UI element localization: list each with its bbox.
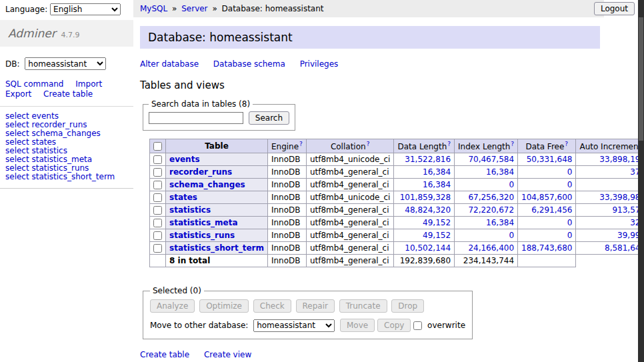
index-length-link[interactable]: 0 — [509, 180, 514, 189]
import-link[interactable]: Import — [75, 79, 102, 89]
language-area: Language: English — [5, 3, 121, 15]
sidebar-links: SQL command Import Export Create table — [0, 74, 133, 107]
sidebar-item-select-recorder-runs[interactable]: select recorder_runs — [5, 120, 87, 129]
sidebar-item-select-statistics-short-term[interactable]: select statistics_short_term — [5, 172, 115, 181]
help-link-icon[interactable]: ? — [367, 141, 370, 147]
index-length-link[interactable]: 16,384 — [486, 167, 514, 177]
move-button[interactable]: Move — [340, 319, 375, 332]
select-all-checkbox[interactable] — [153, 142, 162, 151]
vertical-scrollbar[interactable] — [638, 0, 644, 362]
table-name-link[interactable]: statistics_meta — [169, 218, 238, 227]
language-select[interactable]: English — [50, 3, 121, 15]
table-row: statistics_short_term InnoDB utf8mb4_gen… — [150, 242, 644, 255]
export-link[interactable]: Export — [5, 89, 31, 99]
move-database-select[interactable]: homeassistant — [253, 319, 335, 332]
sql-command-link[interactable]: SQL command — [5, 79, 63, 89]
index-length-link[interactable]: 24,166,400 — [468, 243, 514, 253]
table-row: statistics InnoDB utf8mb4_general_ci 48,… — [150, 204, 644, 217]
index-length-link[interactable]: 16,384 — [486, 218, 514, 227]
main-content: Database: homeassistant Alter database D… — [133, 17, 638, 362]
create-table-link[interactable]: Create table — [43, 89, 93, 99]
table-name-link[interactable]: statistics — [169, 205, 211, 215]
table-name-link[interactable]: schema_changes — [169, 180, 245, 189]
data-free-link[interactable]: 188,743,680 — [521, 243, 572, 253]
database-schema-link[interactable]: Database schema — [213, 59, 285, 69]
row-checkbox[interactable] — [153, 219, 162, 227]
sidebar-item-select-statistics-runs[interactable]: select statistics_runs — [5, 163, 89, 173]
data-length-link[interactable]: 49,152 — [423, 218, 451, 227]
index-length-link[interactable]: 72,220,672 — [468, 205, 514, 215]
truncate-button[interactable]: Truncate — [339, 299, 387, 313]
row-checkbox[interactable] — [153, 155, 162, 164]
table-name-link[interactable]: statistics_runs — [169, 231, 235, 240]
app-version: 4.7.9 — [61, 31, 79, 39]
table-name-link[interactable]: events — [169, 155, 200, 164]
data-free-link[interactable]: 50,331,648 — [527, 155, 573, 164]
engine-cell: InnoDB — [267, 204, 306, 217]
privileges-link[interactable]: Privileges — [300, 59, 339, 69]
sidebar-item-select-statistics-meta[interactable]: select statistics_meta — [5, 155, 92, 164]
overwrite-label[interactable]: overwrite — [427, 321, 465, 330]
data-length-link[interactable]: 101,859,328 — [400, 193, 451, 202]
language-label: Language: — [5, 5, 47, 14]
data-free-link[interactable]: 6,291,456 — [531, 205, 572, 215]
repair-button[interactable]: Repair — [296, 299, 335, 313]
sidebar-item-select-states[interactable]: select states — [5, 137, 56, 147]
sidebar-item-select-schema-changes[interactable]: select schema_changes — [5, 129, 101, 138]
row-checkbox[interactable] — [153, 206, 162, 215]
drop-button[interactable]: Drop — [391, 299, 424, 313]
index-length-link[interactable]: 70,467,584 — [468, 155, 514, 164]
help-link-icon[interactable]: ? — [299, 141, 303, 147]
row-checkbox[interactable] — [153, 231, 162, 240]
table-row: statistics_meta InnoDB utf8mb4_general_c… — [150, 217, 644, 229]
data-length-link[interactable]: 16,384 — [423, 167, 451, 177]
analyze-button[interactable]: Analyze — [150, 299, 195, 313]
table-header-row: Table Engine? Collation? Data Length? In… — [150, 139, 644, 153]
row-checkbox[interactable] — [153, 181, 162, 189]
breadcrumb-server-link[interactable]: Server — [181, 4, 207, 13]
data-length-link[interactable]: 31,522,816 — [405, 155, 451, 164]
create-view-link[interactable]: Create view — [204, 350, 251, 359]
breadcrumb-mysql-link[interactable]: MySQL — [140, 4, 167, 13]
footer-empty-cell — [150, 255, 166, 267]
logout-button[interactable]: Logout — [594, 2, 635, 15]
alter-database-link[interactable]: Alter database — [140, 59, 199, 69]
data-free-link[interactable]: 0 — [567, 231, 573, 240]
help-link-icon[interactable]: ? — [565, 141, 568, 147]
index-length-link[interactable]: 67,256,320 — [468, 193, 514, 202]
data-length-link[interactable]: 48,824,320 — [405, 205, 451, 215]
search-button[interactable]: Search — [249, 111, 289, 125]
table-name-link[interactable]: statistics_short_term — [169, 243, 264, 253]
data-length-link[interactable]: 10,502,144 — [405, 243, 451, 253]
row-checkbox[interactable] — [153, 193, 162, 202]
help-link-icon[interactable]: ? — [511, 141, 514, 147]
copy-button[interactable]: Copy — [377, 319, 411, 332]
data-free-link[interactable]: 104,857,600 — [521, 193, 572, 202]
data-free-link[interactable]: 0 — [567, 218, 573, 227]
sidebar-item-select-statistics[interactable]: select statistics — [5, 146, 67, 155]
help-link-icon[interactable]: ? — [447, 141, 451, 147]
auto-increment-link[interactable]: 33,398,984 — [599, 193, 644, 202]
table-name-link[interactable]: states — [169, 193, 197, 202]
sidebar-item-select-events[interactable]: select events — [5, 111, 59, 121]
overwrite-checkbox[interactable] — [413, 321, 422, 330]
data-length-link[interactable]: 16,384 — [423, 180, 451, 189]
scrollbar-thumb[interactable] — [639, 17, 643, 141]
search-input[interactable] — [149, 112, 243, 124]
table-row: statistics_runs InnoDB utf8mb4_general_c… — [150, 229, 644, 242]
create-table-link-main[interactable]: Create table — [140, 350, 189, 359]
engine-cell: InnoDB — [267, 242, 306, 255]
table-footer-row: 8 in total InnoDB utf8mb4_general_ci 192… — [150, 255, 644, 267]
table-row: events InnoDB utf8mb4_unicode_ci 31,522,… — [150, 153, 644, 166]
check-button[interactable]: Check — [253, 299, 291, 313]
row-checkbox[interactable] — [153, 244, 162, 253]
optimize-button[interactable]: Optimize — [199, 299, 249, 313]
data-length-link[interactable]: 49,152 — [423, 231, 451, 240]
db-select[interactable]: homeassistant — [25, 57, 106, 70]
index-length-link[interactable]: 0 — [509, 231, 514, 240]
row-checkbox[interactable] — [153, 168, 162, 177]
data-free-link[interactable]: 0 — [567, 167, 573, 177]
table-name-link[interactable]: recorder_runs — [169, 167, 232, 177]
data-free-link[interactable]: 0 — [567, 180, 573, 189]
auto-increment-link[interactable]: 33,898,196 — [599, 155, 644, 164]
